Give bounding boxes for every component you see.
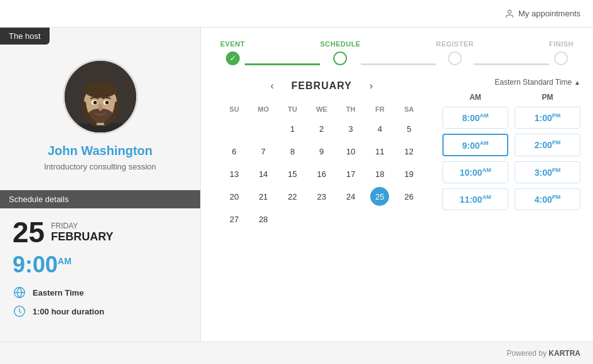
dow-su: SU <box>220 103 248 115</box>
calendar-day-7[interactable]: 7 <box>254 142 273 161</box>
calendar-day-18[interactable]: 18 <box>370 164 389 183</box>
globe-icon <box>13 286 26 299</box>
slot-row-2: 10:00AM3:00PM <box>442 161 580 183</box>
svg-point-12 <box>105 101 109 105</box>
am-header: AM <box>442 93 508 102</box>
calendar-day-20[interactable]: 20 <box>225 187 243 206</box>
calendar-week-row: 6789101112 <box>220 141 424 162</box>
calendar-day-27[interactable]: 27 <box>225 210 243 228</box>
slot-row-1: 9:00AM2:00PM <box>442 134 580 157</box>
calendar-day-5[interactable]: 5 <box>400 119 419 138</box>
month-name: FEBRUARY <box>51 230 113 244</box>
svg-point-14 <box>107 102 108 103</box>
calendar-day-empty <box>254 119 273 138</box>
step-finish-circle <box>554 51 568 65</box>
time-slot-am-11:00[interactable]: 11:00AM <box>442 188 508 210</box>
calendar-day-2[interactable]: 2 <box>312 119 331 138</box>
avatar-portrait <box>65 59 136 134</box>
svg-point-11 <box>93 101 97 105</box>
calendar-day-6[interactable]: 6 <box>225 142 243 161</box>
calendar-day-21[interactable]: 21 <box>254 187 273 206</box>
calendar-day-14[interactable]: 14 <box>254 164 273 183</box>
calendar-day-11[interactable]: 11 <box>370 142 389 161</box>
calendar-day-16[interactable]: 16 <box>312 164 331 183</box>
powered-by: Powered by KARTRA <box>507 349 580 358</box>
calendar-day-empty <box>283 210 302 228</box>
calendar-header: ‹ FEBRUARY › <box>220 78 424 94</box>
time-slot-am-9:00[interactable]: 9:00AM <box>442 134 508 157</box>
dow-th: TH <box>336 103 365 115</box>
time-slot-pm-1:00[interactable]: 1:00PM <box>515 107 580 129</box>
calendar-day-8[interactable]: 8 <box>283 142 302 161</box>
slot-row-3: 11:00AM4:00PM <box>442 188 580 210</box>
calendar-day-17[interactable]: 17 <box>341 164 360 183</box>
dow-we: WE <box>307 103 336 115</box>
svg-point-0 <box>508 10 511 13</box>
footer: Powered by KARTRA <box>0 341 593 364</box>
calendar-day-25[interactable]: 25 <box>370 187 389 206</box>
date-row: 25 FRIDAY FEBRUARY <box>13 218 188 247</box>
calendar-day-15[interactable]: 15 <box>283 164 302 183</box>
calendar: ‹ FEBRUARY › SU MO TU WE TH FR SA <box>213 78 430 341</box>
calendar-day-1[interactable]: 1 <box>283 119 302 138</box>
calendar-week-row: 12345 <box>220 118 424 139</box>
step-line-3 <box>474 63 549 65</box>
prev-month-button[interactable]: ‹ <box>265 78 279 94</box>
host-session: Introductory consulting session <box>44 162 156 171</box>
header: My appointments <box>0 0 593 28</box>
step-schedule-circle <box>333 51 347 65</box>
time-slot-pm-2:00[interactable]: 2:00PM <box>515 134 580 157</box>
step-register: REGISTER <box>436 40 474 65</box>
step-line-2 <box>361 63 436 65</box>
next-month-button[interactable]: › <box>365 78 378 94</box>
time-slot-pm-3:00[interactable]: 3:00PM <box>515 161 580 183</box>
step-register-circle <box>448 51 462 65</box>
calendar-month: FEBRUARY <box>291 80 351 92</box>
calendar-day-3[interactable]: 3 <box>341 119 360 138</box>
duration-label: 1:00 hour duration <box>33 307 104 316</box>
progress-steps: EVENT ✓ SCHEDULE REGISTER FINISH <box>213 40 580 65</box>
time-slot-am-8:00[interactable]: 8:00AM <box>442 107 508 129</box>
dow-sa: SA <box>395 103 424 115</box>
calendar-weeks: 1234567891011121314151617181920212223242… <box>220 118 424 230</box>
day-number: 25 <box>13 218 45 247</box>
slots-header: AM PM <box>442 93 580 102</box>
step-finish: FINISH <box>549 40 574 65</box>
timezone-arrow-icon[interactable]: ▲ <box>574 79 580 86</box>
calendar-day-empty <box>312 210 331 228</box>
calendar-day-4[interactable]: 4 <box>370 119 389 138</box>
host-profile: John Washington Introductory consulting … <box>0 28 200 184</box>
calendar-day-23[interactable]: 23 <box>312 187 331 206</box>
calendar-day-26[interactable]: 26 <box>400 187 419 206</box>
calendar-day-13[interactable]: 13 <box>225 164 243 183</box>
step-event: EVENT ✓ <box>220 40 245 65</box>
main-content: The host <box>0 28 593 341</box>
calendar-day-22[interactable]: 22 <box>283 187 302 206</box>
step-finish-label: FINISH <box>549 40 574 48</box>
left-panel: The host <box>0 28 201 341</box>
calendar-week-row: 2728 <box>220 208 424 230</box>
calendar-day-19[interactable]: 19 <box>400 164 419 183</box>
calendar-day-9[interactable]: 9 <box>312 142 331 161</box>
time-slot-am-10:00[interactable]: 10:00AM <box>442 161 508 183</box>
calendar-day-12[interactable]: 12 <box>400 142 419 161</box>
the-host-badge: The host <box>0 28 50 45</box>
pm-header: PM <box>515 93 580 102</box>
calendar-day-24[interactable]: 24 <box>341 187 360 206</box>
timezone-row: Eastern Time <box>13 286 188 299</box>
time-slot-pm-4:00[interactable]: 4:00PM <box>515 188 580 210</box>
svg-point-13 <box>95 102 96 103</box>
schedule-details-header: Schedule details <box>0 190 200 208</box>
calendar-day-28[interactable]: 28 <box>254 210 273 228</box>
dow-fr: FR <box>365 103 394 115</box>
step-event-circle: ✓ <box>226 51 240 65</box>
calendar-day-10[interactable]: 10 <box>341 142 360 161</box>
time-slots-panel: Eastern Standard Time ▲ AM PM 8:00AM1:00… <box>442 78 580 341</box>
timezone-row: Eastern Standard Time ▲ <box>442 78 580 87</box>
slots-grid: 8:00AM1:00PM9:00AM2:00PM10:00AM3:00PM11:… <box>442 107 580 210</box>
user-icon <box>505 9 515 19</box>
calendar-grid: SU MO TU WE TH FR SA 1234567891011121314… <box>220 103 424 230</box>
calendar-day-empty <box>225 119 243 138</box>
my-appointments-link[interactable]: My appointments <box>505 9 580 19</box>
dow-tu: TU <box>278 103 307 115</box>
